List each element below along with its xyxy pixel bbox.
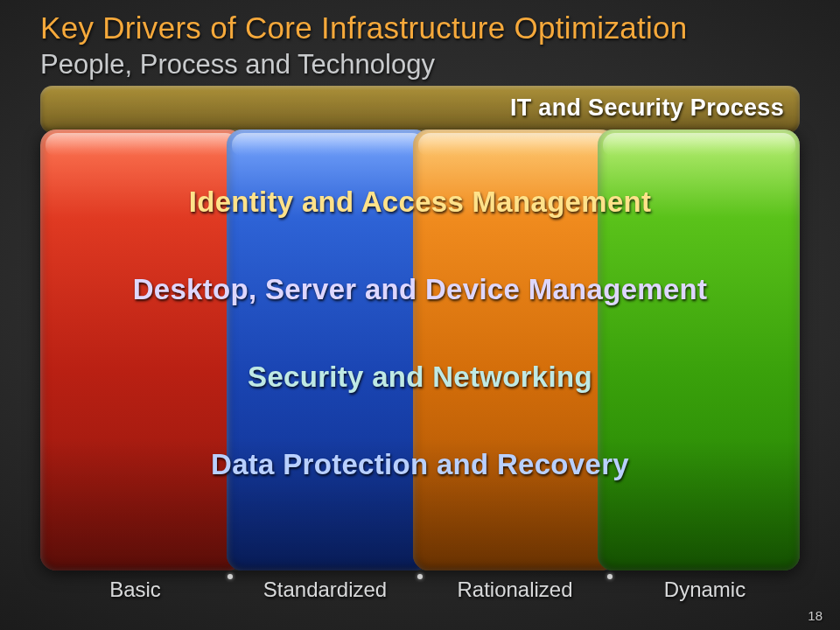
header-band [40,86,800,133]
stage-basic: Basic [40,578,230,612]
slide: Key Drivers of Core Infrastructure Optim… [0,0,840,630]
stage-pill-standardized [227,130,430,570]
stage-standardized: Standardized [230,578,420,612]
stage-labels: Basic Standardized Rationalized Dynamic [40,578,800,612]
slide-title: Key Drivers of Core Infrastructure Optim… [40,10,688,46]
stage-rationalized: Rationalized [420,578,610,612]
slide-subtitle: People, Process and Technology [40,49,435,80]
stage-pill-dynamic [598,130,800,570]
stage-pill-basic [40,130,243,570]
page-number: 18 [808,608,822,623]
stage-pill-rationalized [413,130,616,570]
stage-standardized-label: Standardized [263,578,387,601]
maturity-spectrum [40,130,800,570]
stage-basic-label: Basic [109,578,161,601]
stage-rationalized-label: Rationalized [457,578,572,601]
stage-dynamic-label: Dynamic [664,578,746,601]
stage-dynamic: Dynamic [610,578,800,612]
